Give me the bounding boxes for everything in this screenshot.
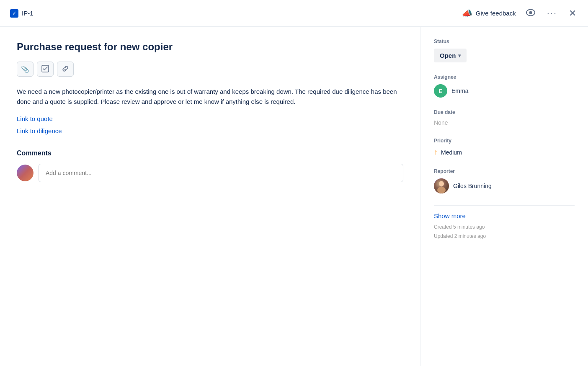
priority-label: Priority bbox=[434, 138, 575, 144]
close-icon: ✕ bbox=[569, 8, 576, 19]
chevron-down-icon: ▾ bbox=[458, 53, 461, 59]
attach-button[interactable]: 📎 bbox=[17, 62, 34, 77]
close-button[interactable]: ✕ bbox=[567, 6, 578, 21]
svg-point-4 bbox=[439, 181, 444, 187]
priority-value: Medium bbox=[441, 149, 462, 156]
due-date-label: Due date bbox=[434, 109, 575, 115]
assignee-name: Emma bbox=[451, 88, 468, 94]
comment-input-row bbox=[17, 164, 403, 182]
svg-point-5 bbox=[437, 187, 446, 193]
header-left: ✓ IP-1 bbox=[10, 9, 34, 18]
due-date-value: None bbox=[434, 119, 448, 126]
current-user-avatar bbox=[17, 165, 34, 181]
link-quote[interactable]: Link to quote bbox=[17, 115, 403, 122]
comments-title: Comments bbox=[17, 149, 403, 157]
main-layout: Purchase request for new copier 📎 bbox=[0, 27, 588, 366]
link-diligence[interactable]: Link to diligence bbox=[17, 127, 403, 134]
avatar-image bbox=[17, 165, 34, 181]
give-feedback-button[interactable]: 📣 Give feedback bbox=[462, 8, 516, 18]
link-button[interactable] bbox=[57, 62, 74, 77]
eye-icon bbox=[526, 8, 535, 18]
ellipsis-icon: ··· bbox=[547, 8, 557, 19]
reporter-section: Reporter bbox=[434, 168, 575, 193]
assignee-section: Assignee E Emma bbox=[434, 74, 575, 98]
status-value: Open bbox=[440, 52, 456, 59]
attach-icon: 📎 bbox=[21, 65, 29, 73]
svg-point-1 bbox=[529, 11, 532, 14]
issue-id: IP-1 bbox=[22, 10, 34, 17]
reporter-label: Reporter bbox=[434, 168, 575, 174]
assignee-avatar: E bbox=[434, 84, 447, 98]
checklist-icon bbox=[41, 65, 49, 74]
divider bbox=[434, 205, 575, 206]
more-options-button[interactable]: ··· bbox=[545, 6, 559, 21]
toolbar: 📎 bbox=[17, 62, 403, 77]
megaphone-icon: 📣 bbox=[462, 8, 472, 18]
reporter-avatar bbox=[434, 178, 449, 193]
priority-section: Priority ↑ Medium bbox=[434, 138, 575, 157]
header-right: 📣 Give feedback ··· ✕ bbox=[462, 6, 578, 21]
comment-input[interactable] bbox=[39, 164, 403, 182]
status-section: Status Open ▾ bbox=[434, 39, 575, 62]
issue-title: Purchase request for new copier bbox=[17, 40, 403, 53]
status-dropdown[interactable]: Open ▾ bbox=[434, 49, 467, 62]
comments-section: Comments bbox=[17, 149, 403, 182]
priority-row: ↑ Medium bbox=[434, 148, 575, 157]
meta-timestamps: Created 5 minutes ago Updated 2 minutes … bbox=[434, 223, 575, 241]
created-text: Created 5 minutes ago bbox=[434, 223, 575, 232]
updated-text: Updated 2 minutes ago bbox=[434, 232, 575, 241]
reporter-name: Giles Brunning bbox=[453, 183, 492, 189]
issue-description: We need a new photocopier/printer as the… bbox=[17, 87, 403, 107]
watch-button[interactable] bbox=[524, 7, 537, 20]
sidebar: Status Open ▾ Assignee E Emma Due date N… bbox=[420, 27, 588, 366]
assignee-row: E Emma bbox=[434, 84, 575, 98]
show-more-button[interactable]: Show more bbox=[434, 212, 466, 219]
content-panel: Purchase request for new copier 📎 bbox=[0, 27, 420, 366]
priority-arrow-icon: ↑ bbox=[434, 148, 438, 157]
due-date-section: Due date None bbox=[434, 109, 575, 126]
issue-checkbox-icon: ✓ bbox=[10, 9, 18, 18]
checklist-button[interactable] bbox=[37, 62, 54, 77]
status-label: Status bbox=[434, 39, 575, 44]
link-icon bbox=[62, 65, 69, 74]
header: ✓ IP-1 📣 Give feedback ··· ✕ bbox=[0, 0, 588, 27]
reporter-row: Giles Brunning bbox=[434, 178, 575, 193]
assignee-label: Assignee bbox=[434, 74, 575, 80]
